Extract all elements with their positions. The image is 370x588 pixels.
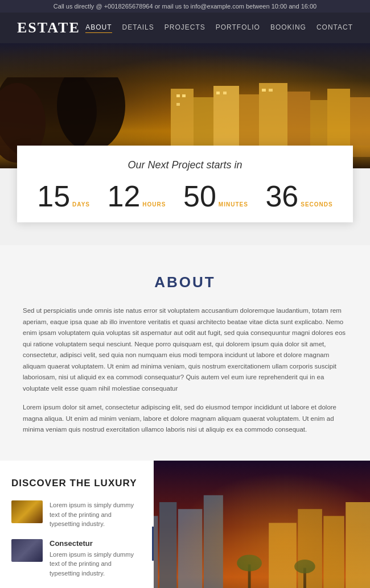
discover-item-1-text: Lorem ipsum is simply dummy text of the …: [50, 500, 142, 529]
hours-value: 12: [108, 181, 141, 211]
countdown-seconds: 36 SECONDS: [265, 181, 332, 211]
countdown-title: Our Next Project starts in: [28, 159, 342, 171]
discover-item-1: Lorem ipsum is simply dummy text of the …: [11, 500, 142, 529]
discover-right-overlay: [154, 461, 370, 588]
countdown-hours: 12 HOURS: [108, 181, 166, 211]
top-bar-text: Call us directly @ +001826567896​4 or ma…: [54, 3, 316, 10]
about-paragraph-1: Sed ut perspiciatis unde omnis iste natu…: [23, 305, 347, 394]
nav-booking[interactable]: BOOKING: [270, 23, 306, 33]
svg-rect-12: [216, 92, 220, 94]
countdown-minutes: 50 MINUTES: [183, 181, 248, 211]
discover-thumb-1: [11, 500, 43, 523]
svg-rect-13: [223, 92, 227, 94]
top-bar: Call us directly @ +001826567896​4 or ma…: [0, 0, 370, 13]
discover-item-2-content: Consectetur Lorem ipsum is simply dummy …: [50, 539, 142, 578]
minutes-value: 50: [183, 181, 216, 211]
discover-item-2: Consectetur Lorem ipsum is simply dummy …: [11, 539, 142, 578]
header: ESTATE ABOUT DETAILS PROJECTS PORTFOLIO …: [0, 13, 370, 43]
discover-item-2-title: Consectetur: [50, 539, 142, 548]
discover-left-panel: DISCOVER THE LUXURY Lorem ipsum is simpl…: [0, 461, 154, 588]
seconds-label: SECONDS: [301, 201, 332, 208]
days-value: 15: [37, 181, 70, 211]
svg-rect-9: [176, 94, 180, 97]
svg-rect-11: [176, 103, 180, 106]
navigation: ABOUT DETAILS PROJECTS PORTFOLIO BOOKING…: [85, 23, 353, 33]
svg-rect-14: [262, 89, 266, 92]
countdown-items: 15 DAYS 12 HOURS 50 MINUTES 36 SECONDS: [28, 181, 342, 211]
about-paragraph-2: Lorem ipsum dolor sit amet, consectetur …: [23, 402, 347, 436]
discover-item-2-text: Lorem ipsum is simply dummy text of the …: [50, 550, 142, 578]
nav-about[interactable]: ABOUT: [85, 23, 112, 33]
about-section: ABOUT Sed ut perspiciatis unde omnis ist…: [0, 245, 370, 461]
minutes-label: MINUTES: [219, 201, 248, 208]
logo: ESTATE: [17, 19, 80, 36]
discover-item-1-content: Lorem ipsum is simply dummy text of the …: [50, 500, 142, 529]
discover-section: DISCOVER THE LUXURY Lorem ipsum is simpl…: [0, 461, 370, 588]
days-label: DAYS: [72, 201, 90, 208]
nav-projects[interactable]: PROJECTS: [165, 23, 205, 33]
discover-title: DISCOVER THE LUXURY: [11, 478, 142, 489]
discover-thumb-2: [11, 539, 43, 562]
svg-rect-10: [182, 94, 186, 97]
seconds-value: 36: [265, 181, 298, 211]
nav-details[interactable]: DETAILS: [122, 23, 154, 33]
discover-right-panel: [154, 461, 370, 588]
about-title: ABOUT: [23, 274, 347, 291]
nav-contact[interactable]: CONTACT: [316, 23, 353, 33]
svg-rect-15: [269, 89, 273, 92]
nav-portfolio[interactable]: PORTFOLIO: [216, 23, 260, 33]
hours-label: HOURS: [142, 201, 166, 208]
countdown-days: 15 DAYS: [37, 181, 90, 211]
countdown-section: Our Next Project starts in 15 DAYS 12 HO…: [17, 146, 353, 222]
countdown-bg: Our Next Project starts in 15 DAYS 12 HO…: [0, 146, 370, 245]
